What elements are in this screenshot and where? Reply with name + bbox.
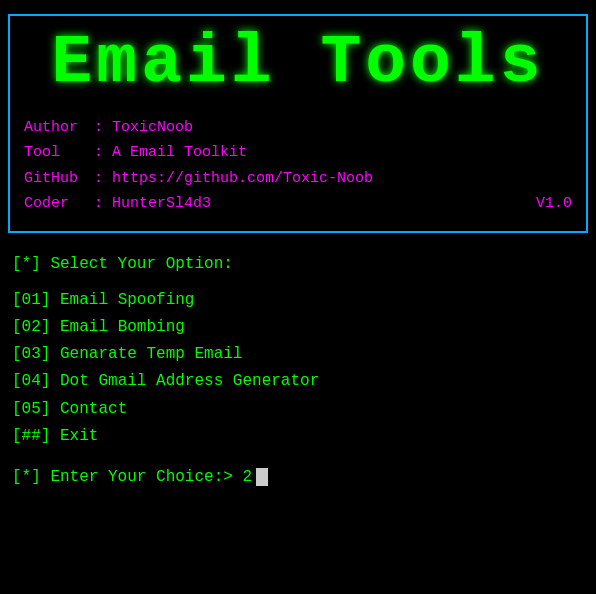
tool-value: A Email Toolkit <box>112 140 247 166</box>
menu-item-label: Email Bombing <box>60 318 185 336</box>
menu-item-label: Dot Gmail Address Generator <box>60 372 319 390</box>
menu-item[interactable]: [03] Genarate Temp Email <box>12 341 588 368</box>
menu-item-id: [03] <box>12 345 50 363</box>
menu-item-id: [02] <box>12 318 50 336</box>
version-label: V1.0 <box>536 191 572 217</box>
menu-items-container: [01] Email Spoofing[02] Email Bombing[03… <box>12 287 588 450</box>
menu-item-id: [##] <box>12 427 50 445</box>
menu-item-label: Email Spoofing <box>60 291 194 309</box>
author-value: ToxicNoob <box>112 115 193 141</box>
select-prompt: [*] Select Your Option: <box>12 255 588 273</box>
input-line: [*] Enter Your Choice:> 2 <box>12 468 588 486</box>
menu-item-label: Exit <box>60 427 98 445</box>
menu-item-id: [05] <box>12 400 50 418</box>
menu-item[interactable]: [##] Exit <box>12 423 588 450</box>
github-value: https://github.com/Toxic-Noob <box>112 166 373 192</box>
menu-item-label: Contact <box>60 400 127 418</box>
menu-item-label: Genarate Temp Email <box>60 345 242 363</box>
header-box: Email Tools Author : ToxicNoob Tool : A … <box>8 14 588 233</box>
coder-label: Coder <box>24 191 94 217</box>
tool-label: Tool <box>24 140 94 166</box>
menu-section: [*] Select Your Option: [01] Email Spoof… <box>8 255 588 486</box>
input-prompt: [*] Enter Your Choice:> 2 <box>12 468 252 486</box>
github-label: GitHub <box>24 166 94 192</box>
coder-value: HunterSl4d3 <box>112 191 211 217</box>
app-title: Email Tools <box>24 26 572 101</box>
menu-item[interactable]: [02] Email Bombing <box>12 314 588 341</box>
github-row: GitHub : https://github.com/Toxic-Noob <box>24 166 572 192</box>
author-label: Author <box>24 115 94 141</box>
cursor <box>256 468 268 486</box>
coder-row: Coder : HunterSl4d3 V1.0 <box>24 191 572 217</box>
author-row: Author : ToxicNoob <box>24 115 572 141</box>
menu-item-id: [04] <box>12 372 50 390</box>
menu-item[interactable]: [05] Contact <box>12 396 588 423</box>
menu-item[interactable]: [01] Email Spoofing <box>12 287 588 314</box>
info-table: Author : ToxicNoob Tool : A Email Toolki… <box>24 115 572 217</box>
tool-row: Tool : A Email Toolkit <box>24 140 572 166</box>
menu-item-id: [01] <box>12 291 50 309</box>
menu-item[interactable]: [04] Dot Gmail Address Generator <box>12 368 588 395</box>
